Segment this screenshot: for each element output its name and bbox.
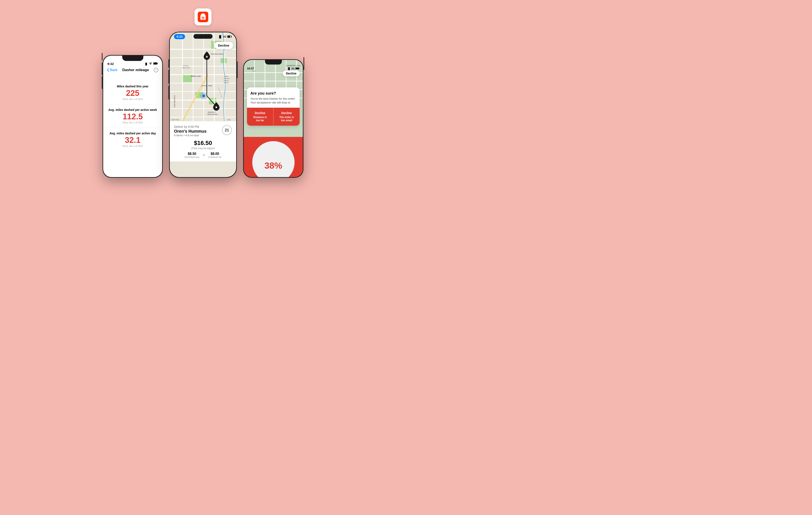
svg-point-3 <box>150 64 151 65</box>
svg-rect-54 <box>296 68 299 69</box>
plus-sign: + <box>203 153 205 158</box>
doordash-pay: $8.50 DoorDash pay <box>184 152 199 158</box>
right-battery-icon <box>295 67 300 70</box>
metric-label-1: Avg. miles dashed per active week <box>105 108 160 111</box>
middle-decline-button[interactable]: Decline <box>214 42 233 49</box>
order-total-note: (Total may be higher) <box>174 147 232 150</box>
metric-value-0: 225 <box>105 89 160 97</box>
page-title-left: Dasher mileage <box>122 68 149 72</box>
notch-left <box>122 56 143 61</box>
dialog-card: Are you sure? You're the best Dasher for… <box>247 87 300 126</box>
map-area: 6:33 ▐▌ 5G Decline <box>170 32 236 121</box>
order-number-badge: 21 <box>222 125 232 135</box>
svg-text:Kaiser: Kaiser <box>224 76 229 77</box>
svg-text:Fremont: Fremont <box>183 65 188 66</box>
restaurant-name: Oren's Hummus <box>174 129 207 134</box>
svg-rect-15 <box>221 58 227 63</box>
svg-text:High School: High School <box>182 67 190 69</box>
signal-icon-left: ▐▌ <box>144 63 148 65</box>
metric-miles-year: Miles dashed this year 225 Since Jan 1 o… <box>105 81 160 104</box>
svg-text:Permane: Permane <box>224 78 230 79</box>
wifi-icon-left <box>149 62 152 65</box>
svg-text:BIRDLAND: BIRDLAND <box>191 75 201 77</box>
svg-point-33 <box>200 92 207 99</box>
customer-tip-amount: $8.00 <box>208 152 222 156</box>
nav-left: Back Dasher mileage ? <box>103 66 162 72</box>
right-decline-button[interactable]: Decline <box>283 71 300 76</box>
help-icon[interactable]: ? <box>154 68 158 72</box>
svg-text:RANCHO: RANCHO <box>208 111 215 113</box>
back-button[interactable]: Back <box>107 68 118 72</box>
metric-label-0: Miles dashed this year <box>105 85 160 88</box>
svg-rect-9 <box>228 36 230 37</box>
svg-text:Medical: Medical <box>224 82 229 83</box>
metric-label-2: Avg. miles dashed per active day <box>105 132 160 135</box>
metric-sub-1: Since Jan 1 of 2022 <box>105 121 160 124</box>
svg-rect-1 <box>200 15 206 20</box>
decline-distance-button[interactable]: Decline Distance istoo far <box>247 108 273 126</box>
metric-value-1: 112.5 <box>105 113 160 120</box>
dynamic-island <box>194 34 212 39</box>
svg-text:Santa C: Santa C <box>224 80 229 81</box>
svg-rect-53 <box>299 68 299 69</box>
map-5g-icon: 5G <box>223 35 226 38</box>
map-signal-icon: ▐▌ <box>218 35 222 38</box>
svg-text:APPLE PARK: APPLE PARK <box>202 85 212 87</box>
order-total: $16.50 <box>174 140 232 146</box>
metric-avg-day: Avg. miles dashed per active day 32.1 Si… <box>105 128 160 151</box>
dialog-body: You're the best Dasher for this order! Y… <box>250 97 296 105</box>
svg-text:Legal: Legal <box>227 119 231 120</box>
decline-small-order-button[interactable]: Decline The order istoo small <box>273 108 300 126</box>
notch-right <box>265 60 282 64</box>
svg-text:Apple Maps: Apple Maps <box>172 119 179 120</box>
phone-right-screen: 10:37 ▐▌ 5G Decline <box>244 60 303 177</box>
metric-value-2: 32.1 <box>105 136 160 144</box>
doordash-pay-label: DoorDash pay <box>184 156 199 158</box>
svg-text:🏠: 🏠 <box>206 55 208 58</box>
phone-middle-screen: 6:33 ▐▌ 5G Decline <box>170 32 236 177</box>
svg-point-2 <box>203 13 203 14</box>
app-icon-section <box>195 8 211 25</box>
dialog-title: Are you sure? <box>250 91 296 96</box>
map-status-icons: ▐▌ 5G <box>218 35 232 38</box>
doordash-pay-amount: $8.50 <box>184 152 199 156</box>
phones-container: 9:32 ▐▌ Back Dasher mileage <box>103 32 303 178</box>
customer-tip-label: Customer tip <box>208 156 222 158</box>
right-status-icons: ▐▌ 5G <box>287 62 300 70</box>
svg-text:RINCONADA: RINCONADA <box>207 113 218 115</box>
phone-middle: 6:33 ▐▌ 5G Decline <box>169 32 237 178</box>
time-left: 9:32 <box>108 62 114 65</box>
svg-rect-12 <box>182 75 192 82</box>
svg-rect-8 <box>231 36 232 37</box>
right-signal-icon: ▐▌ <box>287 67 291 70</box>
acceptance-section: 38% <box>244 137 303 177</box>
battery-icon-left <box>153 62 158 65</box>
map-time: 6:33 <box>174 34 185 39</box>
metric-avg-week: Avg. miles dashed per active week 112.5 … <box>105 104 160 128</box>
svg-point-35 <box>215 106 217 108</box>
order-details: 8 items • 4.8 mi total <box>174 134 207 137</box>
metric-sub-0: Since Jan 1 of 2022 <box>105 98 160 100</box>
dialog-buttons: Decline Distance istoo far Decline The o… <box>247 107 300 126</box>
svg-rect-5 <box>157 63 158 64</box>
svg-rect-6 <box>153 63 157 64</box>
phone-right: 10:37 ▐▌ 5G Decline <box>243 59 303 178</box>
phone-left-screen: 9:32 ▐▌ Back Dasher mileage <box>103 56 162 177</box>
doordash-logo-icon <box>198 11 208 22</box>
metrics-container: Miles dashed this year 225 Since Jan 1 o… <box>103 79 162 151</box>
order-header-left: Deliver by 6:56 PM Oren's Hummus 8 items… <box>174 125 207 139</box>
map-battery-icon <box>227 35 232 38</box>
order-card: Deliver by 6:56 PM Oren's Hummus 8 items… <box>170 121 236 161</box>
right-time: 10:37 <box>247 61 254 70</box>
app-icon <box>195 8 211 25</box>
deliver-time: Deliver by 6:56 PM <box>174 125 207 129</box>
svg-rect-14 <box>209 98 216 104</box>
acceptance-percent: 38% <box>264 161 282 171</box>
order-pay-row: $8.50 DoorDash pay + $8.00 Customer tip <box>174 152 232 158</box>
right-5g: 5G <box>291 67 295 70</box>
status-icons-left: ▐▌ <box>144 62 158 65</box>
customer-tip: $8.00 Customer tip <box>208 152 222 158</box>
svg-text:N DE ANZA BLVD: N DE ANZA BLVD <box>174 95 175 107</box>
phone-left: 9:32 ▐▌ Back Dasher mileage <box>103 55 163 178</box>
order-header: Deliver by 6:56 PM Oren's Hummus 8 items… <box>174 125 232 139</box>
